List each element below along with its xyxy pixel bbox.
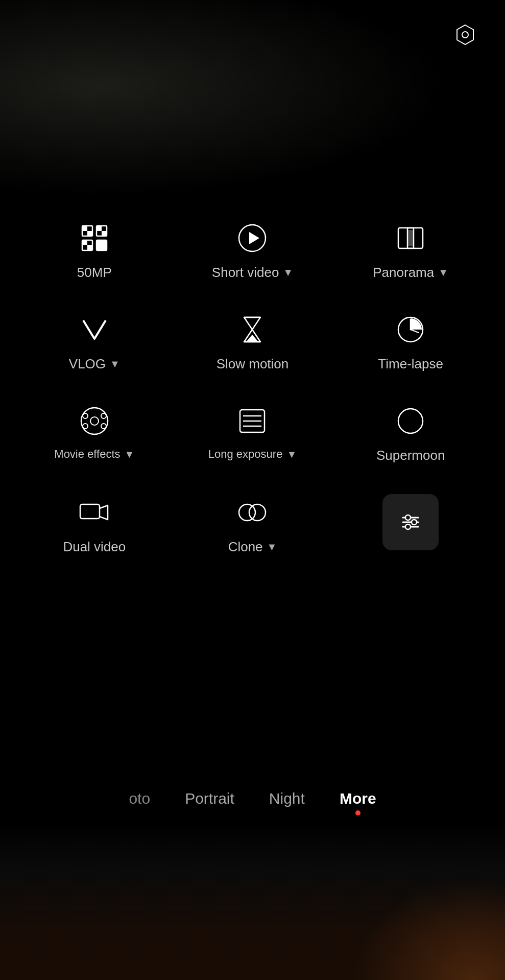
panorama-icon — [392, 220, 429, 256]
panorama-download-icon: ▼ — [438, 267, 448, 278]
mode-dual-video[interactable]: Dual video — [20, 494, 169, 555]
supermoon-icon — [392, 403, 429, 439]
long-exposure-icon — [234, 403, 271, 439]
mode-panorama[interactable]: Panorama ▼ — [336, 220, 485, 281]
svg-marker-0 — [457, 25, 473, 44]
modes-grid: 50MP Short video ▼ Panorama ▼ — [0, 220, 505, 555]
more-settings-box — [382, 494, 439, 550]
nav-item-more[interactable]: More — [338, 786, 378, 811]
svg-rect-16 — [407, 230, 414, 246]
long-exposure-label: Long exposure ▼ — [208, 448, 297, 461]
svg-rect-7 — [87, 231, 92, 236]
mode-supermoon[interactable]: Supermoon — [336, 403, 485, 463]
svg-point-27 — [101, 424, 106, 429]
50mp-label: 50MP — [77, 265, 112, 281]
svg-rect-33 — [80, 504, 100, 519]
svg-point-41 — [405, 524, 411, 529]
nav-item-portrait[interactable]: Portrait — [183, 786, 236, 811]
svg-point-32 — [398, 409, 423, 433]
mode-short-video[interactable]: Short video ▼ — [179, 220, 327, 281]
long-exposure-download-icon: ▼ — [286, 449, 297, 460]
vlog-icon — [76, 311, 113, 348]
settings-button[interactable] — [451, 20, 479, 49]
clone-download-icon: ▼ — [267, 541, 277, 553]
movie-effects-icon — [76, 403, 113, 439]
nav-item-night[interactable]: Night — [267, 786, 307, 811]
50mp-icon — [76, 220, 113, 256]
svg-point-24 — [83, 413, 88, 418]
svg-marker-13 — [249, 232, 259, 244]
bottom-warm-glow — [352, 878, 505, 980]
svg-point-23 — [90, 417, 99, 425]
svg-point-22 — [81, 408, 108, 434]
movie-effects-download-icon: ▼ — [125, 449, 135, 460]
svg-rect-10 — [82, 240, 87, 245]
clone-label: Clone ▼ — [228, 539, 277, 555]
svg-rect-9 — [102, 231, 107, 236]
svg-rect-5 — [97, 240, 107, 250]
svg-rect-8 — [97, 226, 102, 231]
nav-item-photo[interactable]: oto — [127, 786, 152, 811]
mode-slow-motion[interactable]: Slow motion — [179, 311, 327, 372]
mode-more-settings[interactable] — [336, 494, 485, 555]
svg-point-34 — [239, 504, 255, 521]
mode-vlog[interactable]: VLOG ▼ — [20, 311, 169, 372]
short-video-download-icon: ▼ — [283, 267, 293, 278]
mode-clone[interactable]: Clone ▼ — [179, 494, 327, 555]
vlog-download-icon: ▼ — [110, 358, 120, 370]
mode-time-lapse[interactable]: Time-lapse — [336, 311, 485, 372]
svg-point-40 — [412, 520, 417, 525]
slow-motion-label: Slow motion — [217, 356, 289, 372]
svg-point-1 — [462, 32, 468, 38]
svg-point-39 — [405, 515, 411, 520]
short-video-icon — [234, 220, 271, 256]
vlog-label: VLOG ▼ — [69, 356, 120, 372]
mode-long-exposure[interactable]: Long exposure ▼ — [179, 403, 327, 463]
time-lapse-icon — [392, 311, 429, 348]
time-lapse-label: Time-lapse — [378, 356, 443, 372]
slow-motion-icon — [234, 311, 271, 348]
svg-point-35 — [249, 504, 266, 521]
dual-video-icon — [76, 494, 113, 531]
bottom-area — [0, 822, 505, 980]
svg-rect-11 — [87, 245, 92, 250]
svg-point-25 — [101, 413, 106, 418]
svg-point-26 — [83, 424, 88, 429]
supermoon-label: Supermoon — [376, 448, 445, 463]
bottom-navigation: oto Portrait Night More — [0, 786, 505, 811]
mode-movie-effects[interactable]: Movie effects ▼ — [20, 403, 169, 463]
background-glow — [0, 0, 505, 215]
clone-icon — [234, 494, 271, 531]
svg-rect-6 — [82, 226, 87, 231]
svg-line-21 — [411, 330, 419, 333]
sliders-icon — [398, 509, 423, 535]
panorama-label: Panorama ▼ — [373, 265, 448, 281]
mode-50mp[interactable]: 50MP — [20, 220, 169, 281]
dual-video-label: Dual video — [63, 539, 126, 555]
short-video-label: Short video ▼ — [212, 265, 293, 281]
movie-effects-label: Movie effects ▼ — [54, 448, 134, 461]
